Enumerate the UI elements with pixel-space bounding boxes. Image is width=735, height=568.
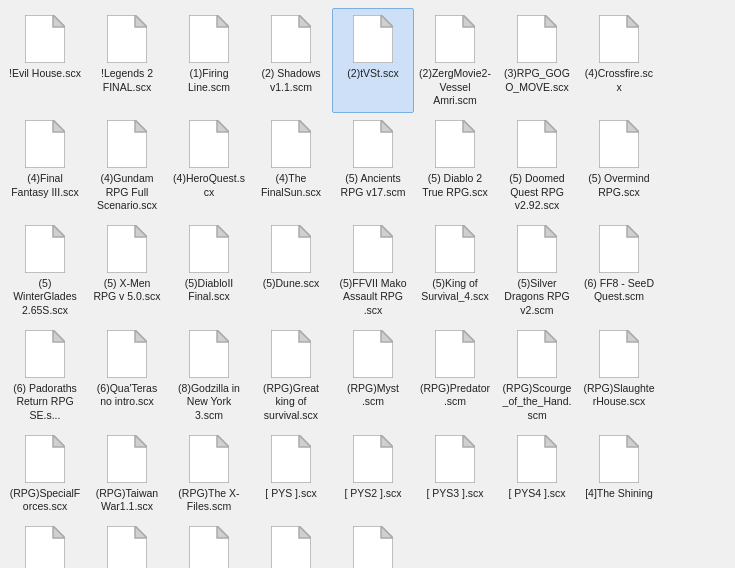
file-item[interactable]: (8)Godzilla in New York 3.scm (168, 323, 250, 428)
svg-marker-27 (463, 120, 475, 132)
file-item[interactable]: (6)Qua'Teras no intro.scx (86, 323, 168, 428)
file-item[interactable]: (4)The FinalSun.scx (250, 113, 332, 218)
svg-marker-39 (299, 225, 311, 237)
file-item[interactable]: (5) X-Men RPG v 5.0.scx (86, 218, 168, 323)
svg-marker-89 (381, 526, 393, 538)
file-item[interactable]: (RPG)TaiwanWar1.1.scx (86, 428, 168, 519)
file-item[interactable]: (4)Gundam RPG Full Scenario.scx (86, 113, 168, 218)
file-icon (271, 225, 311, 273)
file-item[interactable]: !Legends 2 FINAL.scx (86, 8, 168, 113)
file-icon (599, 120, 639, 168)
file-label: (8)Godzilla in New York 3.scm (173, 382, 245, 423)
file-icon (599, 330, 639, 378)
file-item[interactable]: (5) Diablo 2 True RPG.scx (414, 113, 496, 218)
file-icon (189, 225, 229, 273)
file-item[interactable]: (5)FFVII Mako Assault RPG .scx (332, 218, 414, 323)
file-icon (599, 15, 639, 63)
file-icon (353, 435, 393, 483)
file-label: (4)Final Fantasy III.scx (9, 172, 81, 199)
svg-marker-87 (299, 526, 311, 538)
file-label: [ PYS4 ].scx (508, 487, 565, 501)
file-item[interactable]: (5) Ancients RPG v17.scm (332, 113, 414, 218)
svg-marker-7 (299, 15, 311, 27)
file-item[interactable]: (5)Silver Dragons RPG v2.scm (496, 218, 578, 323)
file-item[interactable]: (5) WinterGlades 2.65S.scx (4, 218, 86, 323)
file-item[interactable]: (2)ZergMovie2-Vessel Amri.scm (414, 8, 496, 113)
file-item[interactable]: (6) FF8 - SeeD Quest.scm (578, 218, 660, 323)
file-item[interactable]: (4)HeroQuest.scx (168, 113, 250, 218)
file-item[interactable]: (3)RPG_GOGO_MOVE.scx (496, 8, 578, 113)
file-item[interactable]: (1)Firing Line.scm (168, 8, 250, 113)
file-item[interactable]: (5)Dune.scx (250, 218, 332, 323)
file-item[interactable]: (RPG)Scourge_of_the_Hand.scm (496, 323, 578, 428)
svg-marker-79 (627, 435, 639, 447)
file-icon (517, 225, 557, 273)
svg-marker-11 (463, 15, 475, 27)
file-icon (353, 225, 393, 273)
svg-marker-1 (53, 15, 65, 27)
file-label: (5)DiabloII Final.scx (173, 277, 245, 304)
file-item[interactable]: (2)tVSt.scx (332, 8, 414, 113)
file-item[interactable]: (RPG)Predator.scm (414, 323, 496, 428)
svg-marker-41 (381, 225, 393, 237)
svg-marker-29 (545, 120, 557, 132)
file-item[interactable]: (RPG)Great king of survival.scx (250, 323, 332, 428)
file-item[interactable]: (4)Final Fantasy III.scx (4, 113, 86, 218)
svg-marker-61 (545, 330, 557, 342)
file-label: (4)Gundam RPG Full Scenario.scx (91, 172, 163, 213)
file-item[interactable]: _Itèréd Star r ft(1) (168, 519, 250, 568)
file-icon (435, 120, 475, 168)
file-label: [ PYS ].scx (265, 487, 316, 501)
file-icon (271, 15, 311, 63)
file-icon (25, 225, 65, 273)
file-icon (107, 435, 147, 483)
file-item[interactable]: [ PYS3 ].scx (414, 428, 496, 519)
file-item[interactable]: (RPG)The X-Files.scm (168, 428, 250, 519)
file-item[interactable]: (5) Doomed Quest RPG v2.92.scx (496, 113, 578, 218)
file-icon (435, 330, 475, 378)
file-item[interactable]: [ PYS4 ].scx (496, 428, 578, 519)
file-item[interactable]: chen4v4_E.scx (332, 519, 414, 568)
file-item[interactable]: [ PYS ].scx (250, 428, 332, 519)
file-label: (RPG)Scourge_of_the_Hand.scm (501, 382, 573, 423)
svg-marker-53 (217, 330, 229, 342)
file-item[interactable]: (5)DiabloII Final.scx (168, 218, 250, 323)
file-icon (517, 435, 557, 483)
file-item[interactable]: [4]The Shining (578, 428, 660, 519)
svg-marker-17 (53, 120, 65, 132)
file-label: (5) Overmind RPG.scx (583, 172, 655, 199)
file-item[interactable]: (2) Shadows v1.1.scm (250, 8, 332, 113)
file-item[interactable]: [ PYS2 ].scx (332, 428, 414, 519)
file-item[interactable]: (RPG)Myst .scm (332, 323, 414, 428)
file-icon (189, 526, 229, 568)
file-item[interactable]: (RPG)SpecialForces.scx (4, 428, 86, 519)
file-item[interactable]: [4]The Shining (4, 519, 86, 568)
file-item[interactable]: (6) Padoraths Return RPG SE.s... (4, 323, 86, 428)
file-icon (107, 15, 147, 63)
file-label: [ PYS3 ].scx (426, 487, 483, 501)
svg-marker-33 (53, 225, 65, 237)
file-label: (2) Shadows v1.1.scm (255, 67, 327, 94)
file-icon (189, 330, 229, 378)
svg-marker-3 (135, 15, 147, 27)
file-icon (25, 120, 65, 168)
file-icon (25, 526, 65, 568)
svg-marker-21 (217, 120, 229, 132)
file-item[interactable]: (5)King of Survival_4.scx (414, 218, 496, 323)
file-item[interactable]: _CounterStrike .scm (86, 519, 168, 568)
file-item[interactable]: (5) Overmind RPG.scx (578, 113, 660, 218)
svg-marker-73 (381, 435, 393, 447)
file-item[interactable]: !Evil House.scx (4, 8, 86, 113)
svg-marker-47 (627, 225, 639, 237)
file-item[interactable]: Cave Of Death (250, 519, 332, 568)
file-label: (5)King of Survival_4.scx (419, 277, 491, 304)
file-label: (2)ZergMovie2-Vessel Amri.scm (419, 67, 491, 108)
file-item[interactable]: (4)Crossfire.scx (578, 8, 660, 113)
file-label: (5)Silver Dragons RPG v2.scm (501, 277, 573, 318)
file-label: (5)Dune.scx (263, 277, 320, 291)
file-icon (271, 120, 311, 168)
svg-marker-83 (135, 526, 147, 538)
svg-marker-25 (381, 120, 393, 132)
file-item[interactable]: (RPG)SlaughterHouse.scx (578, 323, 660, 428)
file-label: (RPG)SpecialForces.scx (9, 487, 81, 514)
